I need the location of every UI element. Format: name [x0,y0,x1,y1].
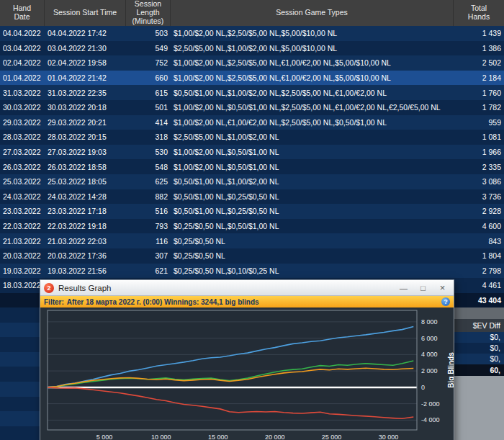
cell-total-hands: 2 798 [454,266,504,275]
column-header-session-length[interactable]: Session Length (Minutes) [126,0,171,26]
table-row[interactable]: 19.03.2022 19.03.2022 21:56 621 $0,25/$0… [0,264,504,279]
column-header-game-types[interactable]: Session Game Types [171,0,454,26]
cell-total-hands: 1 782 [454,103,504,112]
ev-diff-column-header[interactable]: $EV Diff [454,319,504,332]
table-row[interactable]: 02.04.2022 02.04.2022 19:58 752 $1,00/$2… [0,55,504,71]
table-row[interactable]: 01.04.2022 01.04.2022 21:42 660 $1,00/$2… [0,71,504,86]
help-icon[interactable]: ? [441,297,450,306]
ev-diff-value: $0, [454,343,504,354]
cell-game-types: $1,00/$2,00 NL,$0,50/$1,00 NL [171,148,454,156]
cell-session-length: 503 [126,29,171,37]
app-icon: 2 [44,283,54,293]
cell-game-types: $2,50/$5,00 NL,$1,00/$2,00 NL,$5,00/$10,… [171,44,454,53]
table-row[interactable]: 25.03.2022 25.03.2022 18:05 625 $0,50/$1… [0,174,504,189]
close-icon[interactable]: × [433,282,452,295]
cell-hand-date: 26.03.2022 [0,163,45,171]
cell-session-start: 02.04.2022 19:58 [45,58,126,67]
cell-game-types: $1,00/$2,00 NL,$0,50/$1,00 NL [171,163,454,171]
cell-hand-date: 31.03.2022 [0,89,45,97]
cell-total-hands: 2 335 [454,163,504,171]
cell-hand-date: 18.03.2022 [0,281,45,289]
table-row[interactable]: 20.03.2022 20.03.2022 17:36 307 $0,25/$0… [0,248,504,264]
panel-chrome-strip [454,307,504,319]
cell-session-start: 29.03.2022 20:21 [45,118,126,127]
cell-session-length: 516 [126,207,171,215]
cell-game-types: $0,50/$1,00 NL,$1,00/$2,00 NL,$2,50/$5,0… [171,89,454,97]
table-row[interactable]: 28.03.2022 28.03.2022 20:15 318 $2,50/$5… [0,130,504,145]
column-header-hand-date[interactable]: Hand Date [0,0,45,26]
cell-session-start: 23.03.2022 17:18 [45,207,126,215]
cell-session-start: 01.04.2022 21:42 [45,73,126,82]
cell-session-start: 31.03.2022 22:35 [45,89,126,97]
table-row[interactable]: 24.03.2022 24.03.2022 14:28 882 $0,50/$1… [0,189,504,205]
cell-game-types: $0,25/$0,50 NL [171,237,454,246]
filter-label: Filter: [44,298,64,306]
cell-session-start: 04.04.2022 17:42 [45,29,126,37]
cell-game-types: $0,50/$1,00 NL,$0,25/$0,50 NL [171,207,454,215]
cell-session-length: 882 [126,192,171,201]
column-header-total-hands[interactable]: Total Hands [454,0,504,26]
cell-total-hands: 2 184 [454,73,504,82]
cell-hand-date: 30.03.2022 [0,103,45,112]
cell-hand-date: 02.04.2022 [0,58,45,67]
table-row[interactable]: 21.03.2022 21.03.2022 22:03 116 $0,25/$0… [0,233,504,248]
panel-empty-area [454,376,504,440]
cell-hand-date: 03.04.2022 [0,44,45,53]
cell-session-length: 621 [126,266,171,275]
y-tick-label: 4 000 [421,351,438,358]
x-tick-label: 10 000 [151,434,171,440]
cell-game-types: $0,50/$1,00 NL,$0,25/$0,50 NL [171,192,454,201]
maximize-icon[interactable]: □ [413,282,433,295]
table-row[interactable]: 04.04.2022 04.04.2022 17:42 503 $1,00/$2… [0,26,504,41]
filter-text: After 18 марта 2022 г. (0:00) Winnings: … [67,298,259,306]
cell-session-length: 548 [126,163,171,171]
cell-hand-date: 27.03.2022 [0,148,45,156]
x-tick-label: 20 000 [265,434,285,440]
cell-session-start: 28.03.2022 20:15 [45,133,126,141]
table-row[interactable]: 31.03.2022 31.03.2022 22:35 615 $0,50/$1… [0,85,504,100]
cell-hand-date: 01.04.2022 [0,73,45,82]
ev-diff-summary-value: 60, [454,364,504,376]
cell-session-start: 24.03.2022 14:28 [45,192,126,201]
cell-session-length: 307 [126,251,171,260]
y-tick-label: 0 [421,384,425,391]
x-tick-label: 30 000 [379,434,399,440]
results-graph-window: 2 Results Graph — □ × Filter: After 18 м… [40,279,454,440]
table-header: Hand Date Session Start Time Session Len… [0,0,504,26]
cell-session-length: 414 [126,118,171,127]
table-row[interactable]: 22.03.2022 22.03.2022 19:18 793 $0,25/$0… [0,219,504,234]
cell-session-start: 22.03.2022 19:18 [45,222,126,230]
cell-session-length: 660 [126,73,171,82]
cell-total-hands: 1 439 [454,29,504,37]
cell-session-start: 26.03.2022 18:58 [45,163,126,171]
cell-total-hands: 3 086 [454,177,504,186]
cell-hand-date: 20.03.2022 [0,251,45,260]
y-tick-label: 8 000 [421,318,438,325]
window-title: Results Graph [58,284,394,292]
app-screen: Hand Date Session Start Time Session Len… [0,0,504,440]
table-row[interactable]: 29.03.2022 29.03.2022 20:21 414 $1,00/$2… [0,115,504,130]
table-row[interactable]: 27.03.2022 27.03.2022 19:03 530 $1,00/$2… [0,145,504,160]
cell-session-start: 03.04.2022 21:30 [45,44,126,53]
table-row[interactable]: 23.03.2022 23.03.2022 17:18 516 $0,50/$1… [0,204,504,219]
cell-hand-date: 24.03.2022 [0,192,45,201]
y-axis-label: Big Blinds [447,352,454,388]
cell-total-hands: 4 461 [454,281,504,289]
window-titlebar[interactable]: 2 Results Graph — □ × [40,280,454,296]
cell-session-start: 20.03.2022 17:36 [45,251,126,260]
cell-session-start: 25.03.2022 18:05 [45,177,126,186]
cell-session-length: 625 [126,177,171,186]
cell-total-hands: 843 [454,237,504,246]
cell-game-types: $1,00/$2,00 NL,$2,50/$5,00 NL,$5,00/$10,… [171,29,454,37]
table-row[interactable]: 03.04.2022 03.04.2022 21:30 549 $2,50/$5… [0,41,504,56]
cell-session-start: 27.03.2022 19:03 [45,148,126,156]
cell-session-length: 530 [126,148,171,156]
cell-session-start: 21.03.2022 22:03 [45,237,126,246]
cell-session-length: 501 [126,103,171,112]
cell-game-types: $0,50/$1,00 NL,$1,00/$2,00 NL [171,177,454,186]
minimize-icon[interactable]: — [394,282,413,295]
chart-area: 8 0006 0004 0002 0000-2 000-4 0005 00010… [40,307,454,440]
column-header-session-start[interactable]: Session Start Time [45,0,126,26]
table-row[interactable]: 30.03.2022 30.03.2022 20:18 501 $1,00/$2… [0,100,504,115]
table-row[interactable]: 26.03.2022 26.03.2022 18:58 548 $1,00/$2… [0,159,504,174]
